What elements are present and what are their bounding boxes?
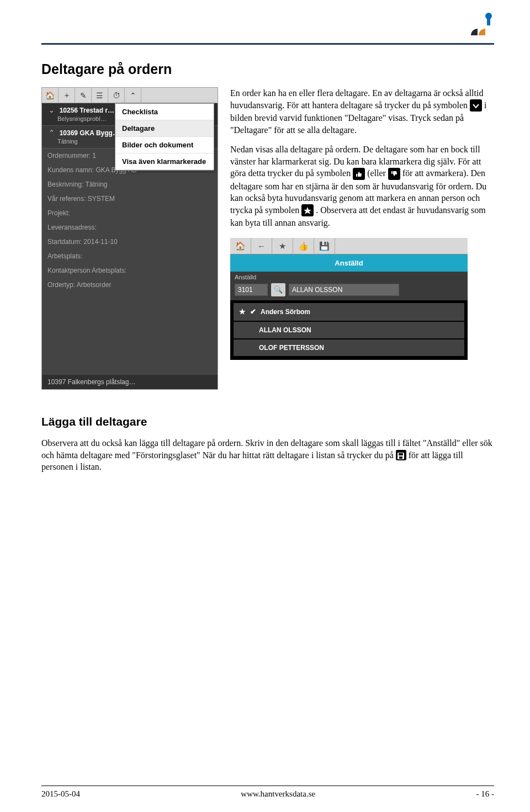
order-sub: Tätning [57, 138, 78, 145]
save-icon [396, 450, 406, 460]
section-header: Anställd [230, 254, 468, 272]
context-menu: Checklista Deltagare Bilder och dokument… [115, 103, 214, 171]
check-icon: ✔ [250, 307, 256, 317]
svg-rect-4 [399, 457, 402, 459]
star-icon[interactable]: ★ [272, 238, 293, 254]
field-kontaktperson: Kontaktperson Arbetsplats: [42, 263, 218, 278]
order-id: 10256 Trestad r… [60, 107, 114, 114]
pencil-icon[interactable]: ✎ [75, 88, 92, 103]
ss2-toolbar: 🏠 ← ★ 👍 💾 [230, 238, 468, 254]
employee-name-input[interactable] [289, 284, 399, 296]
list-icon[interactable]: ☰ [92, 88, 108, 103]
thumbs-up-icon [353, 168, 365, 180]
star-icon: ★ [239, 307, 246, 317]
order-row-bottom[interactable]: 10397 Falkenbergs plåtslag… [42, 375, 218, 389]
text-segment: En order kan ha en eller flera deltagare… [230, 88, 483, 110]
menu-item-bilder[interactable]: Bilder och dokument [115, 137, 214, 153]
chevron-down-icon [470, 99, 482, 112]
field-beskrivning: Beskrivning: Tätning [42, 177, 218, 192]
field-startdatum: Startdatum: 2014-11-10 [42, 235, 218, 249]
screenshot-deltagare: 🏠 ← ★ 👍 💾 Anställd Anställd 🔍 [230, 238, 468, 360]
svg-rect-1 [487, 19, 490, 25]
back-icon[interactable]: ← [251, 238, 272, 254]
thumbs-down-icon [388, 168, 400, 180]
menu-item-visa-klarmarkerade[interactable]: Visa även klarmarkerade [115, 153, 214, 170]
body-text: Observera att du också kan lägga till de… [41, 437, 494, 473]
list-item[interactable]: ALLAN OLSSON [234, 322, 464, 338]
plus-icon[interactable]: ＋ [59, 88, 75, 103]
search-icon[interactable]: 🔍 [271, 283, 285, 296]
save-icon[interactable]: 💾 [314, 238, 335, 254]
thumbs-up-icon[interactable]: 👍 [293, 238, 314, 254]
screenshot-sidebar: 🏠 ＋ ✎ ☰ ⏱ ⌃ Checklista Deltagare Bilder … [41, 87, 218, 390]
section-heading: Lägga till deltagare [41, 415, 494, 428]
home-icon[interactable]: 🏠 [42, 88, 59, 103]
participant-name: Anders Sörbom [261, 307, 310, 316]
menu-item-checklista[interactable]: Checklista [115, 104, 214, 120]
body-text: En order kan ha en eller flera deltagare… [230, 87, 494, 390]
svg-point-0 [485, 13, 492, 19]
participant-name: OLOF PETTERSSON [259, 343, 324, 352]
brand-logo [469, 11, 494, 36]
participant-name: ALLAN OLSSON [259, 326, 311, 335]
field-leveransadress: Leveransadress: [42, 220, 218, 235]
field-projekt: Projekt: [42, 206, 218, 220]
clock-icon[interactable]: ⏱ [108, 88, 125, 103]
list-item[interactable]: ★ ✔ Anders Sörbom [234, 303, 464, 321]
text-segment: (eller [367, 168, 388, 178]
home-icon[interactable]: 🏠 [230, 238, 251, 254]
list-item[interactable]: OLOF PETTERSSON [234, 339, 464, 356]
page-footer: 2015-05-04 www.hantverksdata.se - 16 - [41, 786, 494, 799]
footer-date: 2015-05-04 [41, 789, 80, 799]
ss1-toolbar: 🏠 ＋ ✎ ☰ ⏱ ⌃ [42, 88, 218, 103]
menu-item-deltagare[interactable]: Deltagare [115, 120, 214, 137]
page-title: Deltagare på ordern [41, 61, 494, 77]
field-arbetsplats: Arbetsplats: [42, 249, 218, 263]
field-referens: Vår referens: SYSTEM [42, 192, 218, 206]
svg-rect-3 [399, 453, 403, 455]
participant-list: ★ ✔ Anders Sörbom ALLAN OLSSON OLOF PETT… [230, 300, 468, 360]
chevron-down-icon: ⌄ [47, 106, 55, 114]
footer-url: www.hantverksdata.se [241, 789, 315, 799]
footer-page: - 16 - [476, 789, 494, 799]
header-rule [41, 43, 494, 45]
order-id: 10369 GKA Bygg… [60, 129, 119, 137]
field-ordertyp: Ordertyp: Arbetsorder [42, 278, 218, 292]
star-icon [301, 204, 314, 216]
chevron-up-icon[interactable]: ⌃ [125, 88, 141, 103]
chevron-up-icon: ⌃ [47, 129, 55, 137]
order-sub: Belysningsprobl… [57, 115, 107, 122]
form-label: Anställd [235, 273, 463, 282]
employee-code-input[interactable] [235, 284, 268, 296]
